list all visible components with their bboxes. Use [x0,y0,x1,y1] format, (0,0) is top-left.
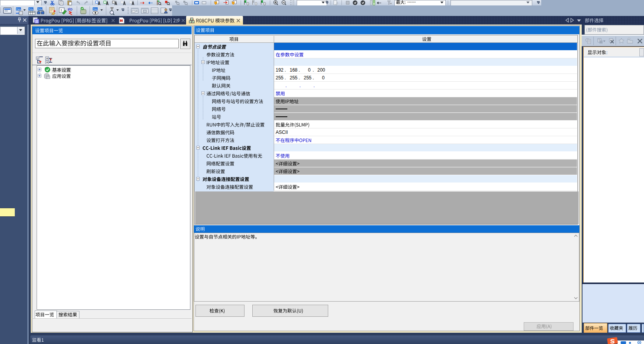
svg-text:I/O: I/O [68,7,72,11]
svg-text:Dev: Dev [93,8,98,11]
svg-text:Dev: Dev [38,8,42,11]
svg-text:Dev: Dev [16,8,21,11]
svg-text:I: I [60,9,62,12]
svg-text:Dev: Dev [29,8,33,11]
